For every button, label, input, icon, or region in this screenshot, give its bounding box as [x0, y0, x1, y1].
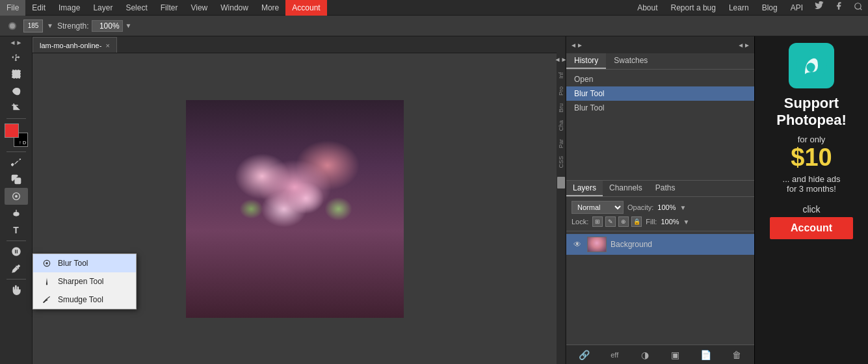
canvas-area: lam-mo-anh-online- × — [33, 36, 557, 364]
tab-paths[interactable]: Paths — [649, 181, 682, 196]
tool-hand[interactable] — [5, 281, 28, 298]
foreground-color[interactable] — [5, 124, 19, 138]
layer-effect-button[interactable]: eff — [607, 348, 622, 362]
tab-close-button[interactable]: × — [105, 42, 109, 49]
divider1 — [7, 118, 26, 119]
canvas-wrapper[interactable] — [33, 53, 557, 364]
menu-api[interactable]: API — [784, 0, 809, 16]
tool-crop[interactable] — [5, 99, 28, 116]
history-content: Open Blur Tool Blur Tool — [566, 70, 754, 180]
layer-name: Background — [611, 240, 652, 249]
narrow-image-icon[interactable] — [557, 177, 565, 188]
flower-image — [186, 100, 404, 318]
tool-dodge[interactable] — [5, 205, 28, 222]
ctx-blur-label: Blur Tool — [58, 259, 88, 268]
tool-eyedropper[interactable] — [5, 260, 28, 277]
facebook-icon[interactable] — [829, 0, 848, 16]
menu-learn[interactable]: Learn — [722, 0, 756, 16]
menu-select[interactable]: Select — [119, 0, 153, 16]
tab-name: lam-mo-anh-online- — [40, 42, 101, 49]
lock-all[interactable]: 🔒 — [631, 216, 642, 227]
narrow-css[interactable]: CSS — [557, 155, 566, 170]
sidebar-collapse[interactable]: ◄► — [10, 39, 23, 46]
menu-filter[interactable]: Filter — [154, 0, 185, 16]
svg-point-0 — [855, 3, 861, 9]
layer-blend-mode[interactable]: Normal — [572, 201, 624, 214]
twitter-icon[interactable] — [809, 0, 829, 16]
layer-visibility-toggle[interactable]: 👁 — [572, 239, 583, 250]
narrow-par[interactable]: Par — [557, 138, 566, 150]
layer-mask-button[interactable]: ◑ — [638, 348, 652, 362]
lock-move[interactable]: ⊕ — [618, 216, 629, 227]
photopea-logo-icon — [795, 49, 828, 82]
menu-image[interactable]: Image — [52, 0, 86, 16]
ad-panel: SupportPhotopea! for only $10 ... and hi… — [754, 36, 868, 364]
ad-price: $10 — [791, 144, 832, 172]
menu-report-bug[interactable]: Report a bug — [664, 0, 722, 16]
tool-clone[interactable] — [5, 171, 28, 188]
tool-text[interactable]: T — [5, 222, 28, 239]
lock-transparent[interactable]: ⊞ — [592, 216, 603, 227]
menu-more[interactable]: More — [255, 0, 285, 16]
right-panel: ◄► ◄► History Swatches Open Blur Tool Bl… — [566, 36, 754, 364]
smudge-tool-icon — [41, 294, 53, 306]
search-icon[interactable] — [848, 2, 868, 13]
menu-file[interactable]: File — [0, 0, 25, 16]
menu-edit[interactable]: Edit — [25, 0, 52, 16]
strength-dropdown[interactable]: ▼ — [125, 22, 132, 29]
menu-about[interactable]: About — [631, 0, 664, 16]
layer-link-button[interactable]: 🔗 — [577, 348, 591, 362]
tab-layers[interactable]: Layers — [566, 181, 603, 196]
ctx-sharpen-tool[interactable]: Sharpen Tool — [33, 272, 136, 291]
layer-new-button[interactable]: 📄 — [699, 348, 713, 362]
history-blur2[interactable]: Blur Tool — [566, 101, 754, 115]
color-picker[interactable]: ↑D — [5, 124, 28, 147]
layer-delete-button[interactable]: 🗑 — [730, 348, 744, 362]
svg-point-8 — [14, 213, 19, 216]
menu-blog[interactable]: Blog — [756, 0, 784, 16]
ctx-smudge-tool[interactable]: Smudge Tool — [33, 291, 136, 309]
tool-move[interactable] — [5, 49, 28, 66]
canvas-tab[interactable]: lam-mo-anh-online- × — [33, 37, 117, 53]
tool-brush[interactable] — [5, 154, 28, 171]
narrow-pro[interactable]: Pro — [557, 85, 566, 97]
menu-window[interactable]: Window — [214, 0, 255, 16]
divider3 — [7, 240, 26, 241]
right-collapse-right[interactable]: ◄► — [737, 42, 750, 49]
tool-pen[interactable] — [5, 243, 28, 260]
lock-label: Lock: — [572, 218, 588, 226]
ctx-blur-tool[interactable]: Blur Tool — [33, 254, 136, 272]
narrow-cha[interactable]: Cha — [557, 119, 566, 133]
ad-click-label: click — [802, 204, 820, 214]
ctx-smudge-label: Smudge Tool — [58, 295, 103, 304]
history-open[interactable]: Open — [566, 72, 754, 86]
menu-view[interactable]: View — [184, 0, 214, 16]
layer-group-button[interactable]: ▣ — [668, 348, 683, 362]
lock-icons: ⊞ ✎ ⊕ 🔒 — [592, 216, 642, 227]
layer-options: Normal Opacity: 100% ▼ Lock: ⊞ ✎ ⊕ 🔒 Fil… — [566, 197, 754, 231]
tab-history[interactable]: History — [566, 53, 606, 69]
tab-channels[interactable]: Channels — [603, 181, 649, 196]
layers-section: Layers Channels Paths Normal Opacity: 10… — [566, 180, 754, 364]
history-blur1[interactable]: Blur Tool — [566, 86, 754, 101]
menu-account[interactable]: Account — [285, 0, 326, 16]
opacity-dropdown[interactable]: ▼ — [680, 204, 687, 211]
color-swap[interactable]: ↑D — [19, 140, 27, 146]
tab-swatches[interactable]: Swatches — [606, 53, 655, 69]
layer-row-background[interactable]: 👁 Background — [566, 234, 754, 255]
divider4 — [7, 279, 26, 280]
tool-rect-select[interactable] — [5, 66, 28, 83]
tool-size-dropdown[interactable]: ▼ — [47, 22, 53, 29]
right-collapse-left[interactable]: ◄► — [570, 42, 583, 49]
fill-dropdown[interactable]: ▼ — [683, 218, 690, 226]
tool-blur[interactable] — [5, 188, 28, 205]
lock-image[interactable]: ✎ — [605, 216, 616, 227]
canvas-image — [186, 100, 404, 318]
narrow-inf[interactable]: Inf — [557, 71, 566, 80]
menu-layer[interactable]: Layer — [86, 0, 119, 16]
ad-account-button[interactable]: Account — [770, 217, 853, 239]
narrow-bru[interactable]: Bru — [557, 102, 566, 114]
tool-lasso[interactable] — [5, 83, 28, 99]
layers-footer: 🔗 eff ◑ ▣ 📄 🗑 — [566, 344, 754, 364]
layer-blend-row: Normal Opacity: 100% ▼ — [572, 201, 749, 214]
